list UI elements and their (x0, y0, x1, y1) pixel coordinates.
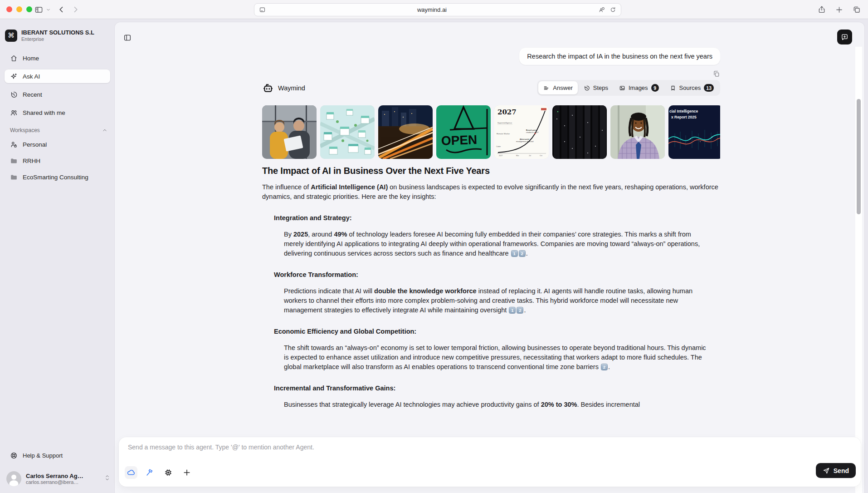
chevrons-updown-icon (104, 474, 110, 483)
send-label: Send (834, 467, 849, 474)
svg-text:Oct: Oct (540, 155, 543, 157)
share-icon[interactable] (818, 5, 826, 14)
window-controls (6, 6, 32, 12)
tab-label: Answer (553, 84, 572, 91)
people-icon (10, 109, 18, 117)
zoom-window-button[interactable] (26, 6, 32, 12)
tab-steps[interactable]: Steps (579, 81, 613, 94)
cloud-button[interactable] (125, 466, 137, 479)
citation-badge[interactable]: 1 (509, 307, 516, 314)
tab-images[interactable]: Images 9 (614, 81, 664, 94)
thumbnail-2027-chart[interactable]: 2027 Superintelligence Remote Worker Bre… (494, 105, 549, 159)
sidebar-item-home[interactable]: Home (5, 51, 110, 65)
citation-badge[interactable]: 2 (601, 364, 608, 370)
bold-text: 49% (334, 231, 347, 238)
tab-sources[interactable]: Sources 13 (665, 81, 719, 94)
minimize-window-button[interactable] (16, 6, 22, 12)
translate-icon[interactable] (598, 6, 605, 13)
sidebar-item-label: Shared with me (23, 109, 65, 116)
reload-icon[interactable] (610, 6, 616, 13)
text-segment: . (608, 363, 610, 370)
sidebar-item-label: Personal (23, 141, 47, 148)
svg-text:2027: 2027 (499, 155, 502, 157)
back-button[interactable] (58, 0, 66, 19)
answer-sections: Integration and Strategy:By 2025, around… (262, 214, 720, 409)
citation-badge[interactable]: 2 (519, 250, 526, 257)
user-message-bubble: Research the impact of IA in the busines… (519, 48, 720, 65)
text-segment: Predictions indicate that AI will (284, 287, 374, 295)
forward-button[interactable] (71, 0, 79, 19)
main-panel: Research the impact of IA in the busines… (115, 22, 864, 493)
new-chat-button[interactable] (837, 30, 852, 44)
chevron-up-icon[interactable] (102, 128, 107, 133)
message-composer[interactable]: Send a message to this agent. Type '@' t… (119, 437, 861, 487)
send-button[interactable]: Send (816, 463, 856, 478)
org-name: IBERANT SOLUTIONS S.L (21, 29, 94, 36)
agent-name: Waymind (278, 84, 305, 92)
home-icon (10, 54, 18, 62)
section-body: By 2025, around 49% of technology leader… (284, 230, 710, 258)
sidebar-item-label: Home (23, 55, 39, 62)
citation-badge[interactable]: 2 (517, 307, 523, 314)
sidebar-item-ecosmarting-consulting[interactable]: EcoSmarting Consulting (5, 171, 110, 183)
toolbar-sidebar-toggle-icon[interactable] (34, 0, 43, 19)
folder-icon (10, 173, 18, 181)
text-segment: By (284, 231, 293, 238)
open-sign-text: OPEN (441, 133, 477, 148)
sidebar-item-ask-ai[interactable]: Ask AI (5, 69, 110, 83)
close-window-button[interactable] (6, 6, 12, 12)
new-tab-icon[interactable] (835, 6, 843, 14)
panel-toggle-icon[interactable] (123, 34, 132, 44)
paper-plane-icon (823, 467, 830, 474)
thumbnail-smiling-professional[interactable] (610, 105, 665, 159)
user-email: carlos.serrano@ibera… (26, 479, 83, 485)
section-heading: Incremental and Transformative Gains: (274, 385, 720, 392)
help-support-label: Help & Support (23, 452, 63, 459)
lifebuoy-icon (10, 452, 18, 459)
citation-badge[interactable]: 1 (511, 250, 518, 257)
attach-plus-button[interactable] (180, 466, 193, 479)
bold-text: 2025 (293, 231, 308, 238)
answer-tabs: Answer Steps Images 9 Sources 13 (537, 80, 720, 96)
reader-icon[interactable] (259, 6, 266, 13)
browser-toolbar: waymind.ai (0, 0, 868, 19)
user-menu[interactable]: Carlos Serrano Ag… carlos.serrano@ibera… (6, 468, 110, 489)
bold-text: 20% to 30% (541, 401, 577, 408)
svg-text:Remote Worker: Remote Worker (497, 133, 510, 135)
org-switcher[interactable]: ⌘ IBERANT SOLUTIONS S.L Enterprise (5, 29, 94, 42)
scrollbar-track[interactable] (855, 47, 862, 493)
url-text[interactable]: waymind.ai (266, 6, 598, 13)
org-logo-icon: ⌘ (5, 30, 17, 42)
thumbnail-open-sign[interactable]: OPEN (436, 105, 491, 159)
workspaces-heading: Workspaces (10, 127, 40, 133)
report-title-line2: x Report 2025 (671, 115, 697, 119)
thumbnail-night-train-lights[interactable] (378, 105, 433, 159)
scrollbar-thumb[interactable] (857, 99, 861, 214)
tab-overview-icon[interactable] (853, 5, 861, 14)
copy-icon[interactable] (712, 70, 720, 78)
sidebar: ⌘ IBERANT SOLUTIONS S.L Enterprise Home … (0, 19, 115, 493)
sidebar-item-shared-with-me[interactable]: Shared with me (5, 106, 110, 119)
thumbnail-colleagues-laptop[interactable] (262, 105, 317, 159)
sidebar-item-recent[interactable]: Recent (5, 88, 110, 101)
images-count-badge: 9 (651, 84, 659, 92)
user-name: Carlos Serrano Ag… (26, 473, 83, 479)
composer-placeholder[interactable]: Send a message to this agent. Type '@' t… (128, 444, 314, 451)
avatar (6, 471, 21, 486)
answer-title: The Impact of AI in Business Over the Ne… (262, 166, 720, 176)
sidebar-item-rrhh[interactable]: RRHH (5, 154, 110, 167)
text-segment: Businesses that strategically leverage A… (284, 401, 541, 408)
thumbnail-ai-report-2025[interactable]: cial Intelligence x Report 2025 (668, 105, 720, 159)
app-window: waymind.ai ⌘ IBERANT SOLUTIONS S.L (0, 0, 868, 493)
thumbnail-server-racks[interactable] (552, 105, 607, 159)
bold-text: Artificial Intelligence (AI) (311, 183, 388, 191)
chevron-down-icon[interactable] (46, 0, 51, 19)
thumbnail-isometric-city[interactable] (320, 105, 375, 159)
model-chip-button[interactable] (162, 466, 175, 479)
tab-answer[interactable]: Answer (538, 81, 577, 94)
tools-hammer-button[interactable] (143, 466, 156, 479)
address-bar[interactable]: waymind.ai (254, 3, 621, 16)
sidebar-item-personal[interactable]: Personal (5, 138, 110, 151)
sidebar-item-label: Recent (23, 91, 42, 98)
help-support-link[interactable]: Help & Support (10, 452, 63, 459)
